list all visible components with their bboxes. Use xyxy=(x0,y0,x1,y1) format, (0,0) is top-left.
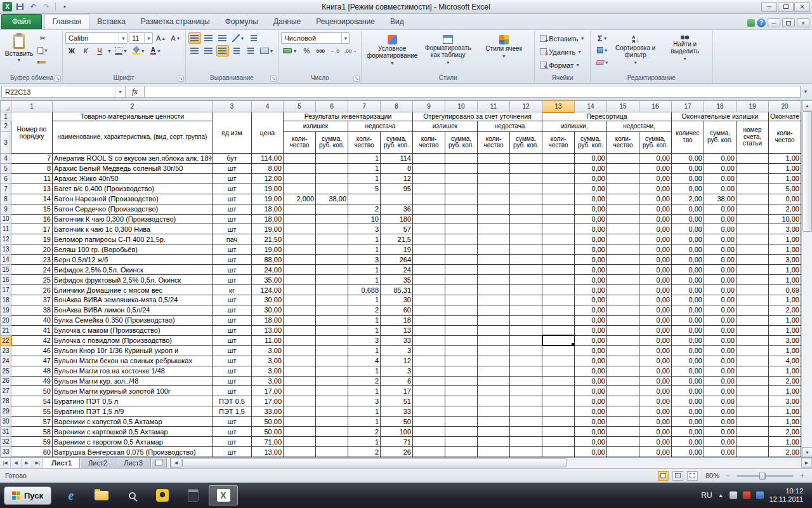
row-header-12[interactable]: 12 xyxy=(1,234,11,244)
vertical-scrollbar[interactable]: ▲ ▼ xyxy=(801,100,812,457)
alignment-dialog-launcher[interactable]: ↘ xyxy=(270,76,277,82)
cell-R30C11[interactable] xyxy=(478,417,510,427)
cell-R15C15[interactable] xyxy=(607,265,639,275)
cell-R13C5[interactable] xyxy=(284,244,316,255)
column-header-10[interactable]: 10 xyxy=(445,101,478,112)
cell-R17C11[interactable] xyxy=(478,285,510,295)
cell-R21C1[interactable]: 41 xyxy=(11,325,53,335)
cell-R12C2[interactable]: Беломор папиросы С-П 400 21,5р. xyxy=(53,234,213,244)
cell-R17C7[interactable]: 0,688 xyxy=(348,285,381,295)
cell-R18C1[interactable]: 37 xyxy=(11,295,53,305)
cell-R9C14[interactable]: 0,00 xyxy=(575,204,607,214)
row-header-33[interactable]: 33 xyxy=(1,447,11,457)
cell-R24C18[interactable]: 0,00 xyxy=(704,356,737,366)
row-header-3[interactable]: 3 xyxy=(1,131,11,153)
cell-R27C4[interactable]: 17,00 xyxy=(252,386,284,396)
cell-R6C14[interactable]: 0,00 xyxy=(575,173,607,184)
workbook-close-button[interactable]: × xyxy=(797,18,809,27)
cell-R1C17[interactable]: Окончательные излишки xyxy=(672,112,769,121)
cell-R12C3[interactable]: пач xyxy=(213,234,252,244)
underline-button[interactable]: Ч xyxy=(93,45,106,57)
cell-R21C19[interactable] xyxy=(737,325,769,335)
cell-R22C6[interactable] xyxy=(316,335,348,345)
cell-R10C1[interactable]: 16 xyxy=(11,214,53,224)
cell-R9C4[interactable]: 18,00 xyxy=(252,204,284,214)
cell-R25C11[interactable] xyxy=(478,366,510,376)
cell-styles-button[interactable]: Стили ячеек ▼ xyxy=(476,32,532,61)
zoom-level[interactable]: 80% xyxy=(702,472,719,479)
column-header-20[interactable]: 20 xyxy=(769,101,801,112)
accounting-format-button[interactable]: ▼ xyxy=(281,45,299,57)
cell-R28C17[interactable]: 0,00 xyxy=(672,396,704,406)
cell-R33C6[interactable] xyxy=(316,447,348,457)
cell-R8C1[interactable]: 14 xyxy=(11,194,53,204)
cell-R29C18[interactable]: 0,00 xyxy=(704,406,737,417)
cell-R29C2[interactable]: Буратино ПЭТ 1,5 л/9 xyxy=(53,406,213,417)
cell-R22C1[interactable]: 42 xyxy=(11,335,53,345)
cell-R13C7[interactable]: 1 xyxy=(348,244,381,255)
cell-R21C18[interactable]: 0,00 xyxy=(704,325,737,335)
cell-R20C18[interactable]: 0,00 xyxy=(704,315,737,325)
cell-R32C10[interactable] xyxy=(445,437,478,447)
number-format-select[interactable]: Числовой▼ xyxy=(281,32,350,44)
cell-R5C7[interactable]: 1 xyxy=(348,163,381,173)
cell-R2C18[interactable]: сумма, руб. коп. xyxy=(704,121,737,153)
borders-button[interactable]: ▼ xyxy=(113,45,129,57)
cell-R8C5[interactable]: 2,000 xyxy=(284,194,316,204)
cell-R21C7[interactable]: 1 xyxy=(348,325,381,335)
cell-R12C16[interactable]: 0,00 xyxy=(639,234,672,244)
row-header-13[interactable]: 13 xyxy=(1,244,11,255)
delete-cells-button[interactable]: Удалить ▼ xyxy=(537,46,587,58)
cell-R4C10[interactable] xyxy=(445,153,478,163)
cell-R21C10[interactable] xyxy=(445,325,478,335)
cell-R12C17[interactable]: 0,00 xyxy=(672,234,704,244)
cell-R5C6[interactable] xyxy=(316,163,348,173)
cell-R16C15[interactable] xyxy=(607,275,639,285)
cell-R13C6[interactable] xyxy=(316,244,348,255)
cell-R16C16[interactable]: 0,00 xyxy=(639,275,672,285)
column-header-2[interactable]: 2 xyxy=(53,101,213,112)
cell-R32C19[interactable] xyxy=(737,437,769,447)
cell-R5C17[interactable]: 0,00 xyxy=(672,163,704,173)
cell-R21C3[interactable]: шт xyxy=(213,325,252,335)
cell-R31C16[interactable]: 0,00 xyxy=(639,427,672,437)
cell-R25C18[interactable]: 0,00 xyxy=(704,366,737,376)
cell-R31C11[interactable] xyxy=(478,427,510,437)
merge-center-button[interactable]: ▼ xyxy=(258,45,276,57)
cell-R29C16[interactable]: 0,00 xyxy=(639,406,672,417)
cell-R22C16[interactable]: 0,00 xyxy=(639,335,672,345)
align-bottom-button[interactable] xyxy=(216,32,229,44)
cell-R32C5[interactable] xyxy=(284,437,316,447)
cell-R28C16[interactable]: 0,00 xyxy=(639,396,672,406)
cell-R16C4[interactable]: 35,00 xyxy=(252,275,284,285)
tray-expand-button[interactable]: ▲ xyxy=(718,492,724,498)
cell-R33C16[interactable]: 0,00 xyxy=(639,447,672,457)
row-header-5[interactable]: 5 xyxy=(1,163,11,173)
cell-R32C9[interactable] xyxy=(413,437,445,447)
cell-R28C10[interactable] xyxy=(445,396,478,406)
cell-R20C9[interactable] xyxy=(413,315,445,325)
cell-R26C9[interactable] xyxy=(413,376,445,386)
cell-R13C8[interactable]: 19 xyxy=(381,244,413,255)
cell-R9C20[interactable]: 2,00 xyxy=(769,204,801,214)
cell-R21C4[interactable]: 13,00 xyxy=(252,325,284,335)
cell-R15C8[interactable]: 24 xyxy=(381,265,413,275)
cell-R25C9[interactable] xyxy=(413,366,445,376)
cell-R10C11[interactable] xyxy=(478,214,510,224)
cell-R28C7[interactable]: 3 xyxy=(348,396,381,406)
column-header-6[interactable]: 6 xyxy=(316,101,348,112)
scroll-down-button[interactable]: ▼ xyxy=(802,447,812,457)
cell-R23C16[interactable]: 0,00 xyxy=(639,345,672,356)
cell-R14C8[interactable]: 264 xyxy=(381,255,413,265)
cell-R12C4[interactable]: 21,50 xyxy=(252,234,284,244)
cell-R11C7[interactable]: 3 xyxy=(348,224,381,234)
tab-review[interactable]: Рецензирование xyxy=(308,15,383,29)
cell-R18C3[interactable]: шт xyxy=(213,295,252,305)
column-header-8[interactable]: 8 xyxy=(381,101,413,112)
cell-R19C10[interactable] xyxy=(445,305,478,315)
row-header-4[interactable]: 4 xyxy=(1,153,11,163)
cell-R7C5[interactable] xyxy=(284,184,316,194)
column-header-19[interactable]: 19 xyxy=(737,101,769,112)
cell-R20C16[interactable]: 0,00 xyxy=(639,315,672,325)
cell-R12C6[interactable] xyxy=(316,234,348,244)
